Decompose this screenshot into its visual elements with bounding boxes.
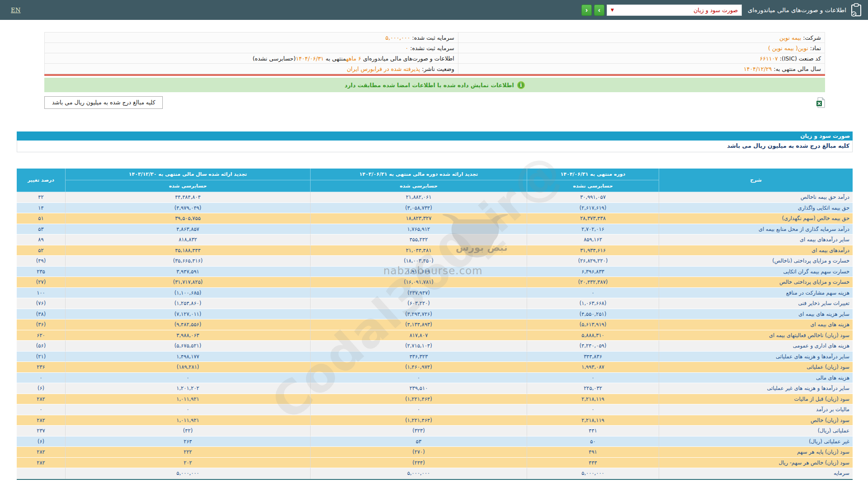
row-percent-change: ۴۲: [17, 192, 65, 203]
row-value-annual: ۴۵,۱۸۸,۴۴۴: [65, 245, 310, 256]
row-value-annual: ۰: [65, 404, 310, 415]
row-label: سود (زیان) پایه هر سهم: [659, 447, 853, 458]
row-value-annual: ۳۹,۵۰۵,۷۵۵: [65, 213, 310, 224]
row-value-current: ۶,۳۹۶,۸۳۳: [527, 267, 659, 277]
row-value-midyear: ۲۳۹,۵۱۰: [310, 383, 527, 394]
row-label: سود (زیان) قبل از مالیات: [659, 394, 853, 405]
row-label: درآمد سرمایه گذاری از محل منابع بیمه ای: [659, 224, 853, 235]
row-value-midyear: ۰: [310, 404, 527, 415]
table-row: هزینه های اداری و عمومی (۴,۲۴۰,۰۵۹) (۲,۷…: [17, 341, 853, 352]
row-value-current: (۲,۶۱۷,۶۱۹): [527, 203, 659, 214]
previous-statement-button[interactable]: ‹: [581, 5, 592, 16]
row-label: خسارت سهم بیمه گران اتکایی: [659, 267, 853, 277]
row-value-annual: ۰: [65, 373, 310, 384]
row-label: سود (زیان) ناخالص فعالیتهای بیمه ای: [659, 330, 853, 341]
table-row: خسارت سهم بیمه گران اتکایی ۶,۳۹۶,۸۳۳ ۱,۹…: [17, 267, 853, 277]
table-row: حق بیمه اتکایی واگذاری (۲,۶۱۷,۶۱۹) (۳,۰۵…: [17, 203, 853, 214]
row-label: غیر عملیاتی (ریال): [659, 436, 853, 447]
income-statement-table: شرح دوره منتهی به ۱۴۰۴/۰۶/۳۱ تجدید ارائه…: [17, 169, 853, 480]
row-value-midyear: ۴۳۶,۳۲۳: [310, 352, 527, 362]
row-value-current: ۴۴۴: [527, 458, 659, 469]
table-row: درآمد حق بیمه ناخالص ۳۰,۹۹۱,۰۵۷ ۲۱,۸۸۲,۰…: [17, 192, 853, 203]
row-value-annual: (۱۸۹,۲۸۱): [65, 362, 310, 373]
row-value-current: ۰: [527, 288, 659, 299]
row-value-current: ۴۹۱: [527, 447, 659, 458]
row-value-midyear: ۱۸,۸۲۳,۳۲۷: [310, 213, 527, 224]
row-value-annual: (۹,۴۸۲,۵۵۶): [65, 319, 310, 330]
row-value-midyear: (۳,۲۹۳,۷۲۶): [310, 309, 527, 320]
row-label: حق بیمه اتکایی واگذاری: [659, 203, 853, 214]
row-value-midyear: (۱۶,۰۹۱,۷۸۱): [310, 277, 527, 288]
next-statement-button[interactable]: ›: [594, 5, 604, 16]
info-icon: i: [517, 81, 525, 89]
row-value-midyear: ۰: [310, 373, 527, 384]
statement-section-header: صورت سود و زیان: [17, 131, 853, 141]
row-value-midyear: (۲۴۴): [310, 458, 527, 469]
fiscal-year-value: ۱۴۰۴/۱۲/۲۹: [744, 66, 772, 72]
info-row-isic: کد صنعت (ISIC): ۶۶۱۱۰۷ اطلاعات و صورت‌ها…: [45, 53, 825, 64]
row-value-current: ۳۱,۹۳۴,۶۱۶: [527, 245, 659, 256]
row-value-current: ۸۵۹,۱۶۲: [527, 235, 659, 245]
row-value-annual: (۳۵,۶۶۵,۴۱۶): [65, 256, 310, 267]
row-percent-change: (۳۸): [17, 309, 65, 320]
excel-export-icon[interactable]: [816, 97, 825, 108]
statement-unit-subtitle: کلیه مبالغ درج شده به میلیون ریال می باش…: [17, 141, 853, 152]
row-value-current: ۳۰,۹۹۱,۰۵۷: [527, 192, 659, 203]
row-value-annual: ۸۱۸,۸۳۲: [65, 235, 310, 245]
row-value-current: ۳۴۴,۸۳۶: [527, 352, 659, 362]
isic-value: ۶۶۱۱۰۷: [760, 55, 778, 62]
row-value-midyear: (۲۳۷,۹۴۷): [310, 288, 527, 299]
row-percent-change: ۲۳۶: [17, 362, 65, 373]
registered-capital-value: ۵,۰۰۰,۰۰۰: [386, 34, 410, 41]
row-value-midyear: (۳,۰۵۸,۷۳۴): [310, 203, 527, 214]
row-value-midyear: (۱,۲۲۱,۴۶۴): [310, 415, 527, 426]
unregistered-capital-value: ۰: [406, 45, 409, 52]
header-period-restated-annual: تجدید ارائه شده سال مالی منتهی به ۱۴۰۳/۱…: [65, 169, 310, 180]
row-value-midyear: ۱,۷۶۵,۹۱۲: [310, 224, 527, 235]
unregistered-capital-label: سرمایه ثبت نشده:: [410, 45, 454, 52]
row-value-current: ۵,۸۸۸,۳۱۰: [527, 330, 659, 341]
row-value-current: (۱,۰۶۳,۶۶۸): [527, 298, 659, 309]
row-label: سایر درآمدها و هزینه های عملیاتی: [659, 352, 853, 362]
row-value-current: ۱,۹۹۳,۰۸۷: [527, 362, 659, 373]
unit-note-button[interactable]: کلیه مبالغ درج شده به میلیون ریال می باش…: [44, 96, 163, 109]
table-row: سایر درآمدها و هزینه های عملیاتی ۳۴۴,۸۳۶…: [17, 352, 853, 362]
row-value-current: ۲۲۵,۰۳۲: [527, 383, 659, 394]
row-percent-change: ۱۰۰: [17, 288, 65, 299]
row-value-midyear: (۴,۱۳۴,۸۹۳): [310, 319, 527, 330]
language-toggle-en[interactable]: EN: [11, 7, 21, 14]
row-value-current: ۵,۰۰۰,۰۰۰: [527, 468, 659, 479]
issuer-status-value: پذیرفته شده در فرابورس ایران: [347, 66, 420, 72]
row-value-midyear: (۱۸,۰۰۳,۴۵۰): [310, 256, 527, 267]
info-row-symbol: نماد: نوین( بیمه نوین ) سرمایه ثبت نشده:…: [45, 43, 825, 53]
row-percent-change: ۲۸۲: [17, 447, 65, 458]
row-value-annual: ۴,۸۶۳,۸۵۷: [65, 224, 310, 235]
row-value-current: ۲,۷۰۲,۰۱۶: [527, 224, 659, 235]
info-row-company: شرکت: بیمه نوین سرمایه ثبت شده: ۵,۰۰۰,۰۰…: [45, 33, 825, 43]
row-value-annual: (۱,۱۰۰,۶۸۵): [65, 288, 310, 299]
header-audit-status-midyear: حسابرسی شده: [310, 180, 527, 192]
row-percent-change: ۲۳۷: [17, 426, 65, 436]
row-value-annual: (۴,۹۷۹,۰۴۹): [65, 203, 310, 214]
unit-note-text: کلیه مبالغ درج شده به میلیون ریال می باش…: [52, 99, 155, 106]
row-value-midyear: ۵۳: [310, 436, 527, 447]
row-percent-change: (۳۶): [17, 319, 65, 330]
row-percent-change: ۸۹: [17, 235, 65, 245]
header-desc: شرح: [659, 169, 853, 192]
table-row: سود (زیان) خالص ۲,۲۱۸,۱۱۹ (۱,۲۲۱,۴۶۴) ۱,…: [17, 415, 853, 426]
table-row: درآمدهای بیمه ای ۳۱,۹۳۴,۶۱۶ ۲۱,۰۴۴,۴۸۱ ۴…: [17, 245, 853, 256]
table-row: عملیاتی (ریال) ۴۴۱ (۳۲۳) (۴۲) ۲۳۷: [17, 426, 853, 436]
registered-capital-label: سرمایه ثبت شده:: [412, 34, 454, 41]
row-value-midyear: ۵,۰۰۰,۰۰۰: [310, 468, 527, 479]
row-value-current: ۲,۲۱۸,۱۱۹: [527, 415, 659, 426]
row-percent-change: ۵۲: [17, 245, 65, 256]
row-label: هزینه های بیمه ای: [659, 319, 853, 330]
isic-label: کد صنعت (ISIC):: [780, 55, 821, 62]
statement-type-dropdown[interactable]: صورت سود و زیان ▼: [607, 5, 742, 16]
row-value-midyear: ۸۱۷,۸۰۷: [310, 330, 527, 341]
row-label: سرمایه: [659, 468, 853, 479]
codal-page: { "top_bar": { "en_label": "EN", "title"…: [0, 0, 868, 488]
header-audit-status-current: حسابرسی نشده: [527, 180, 659, 192]
row-value-current: ۴۴۱: [527, 426, 659, 436]
table-row: سایر درآمدها و هزینه های غیر عملیاتی ۲۲۵…: [17, 383, 853, 394]
